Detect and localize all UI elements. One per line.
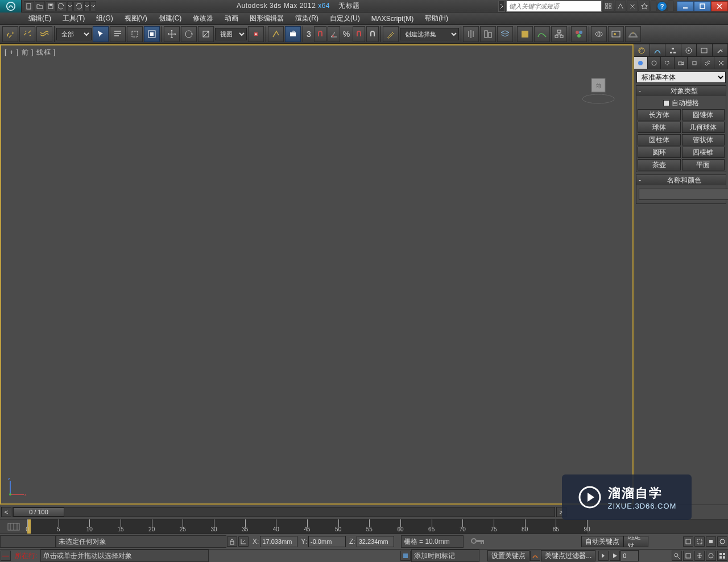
pivot-center-button[interactable]: [248, 26, 264, 42]
spacewarps-subtab[interactable]: [701, 57, 715, 69]
menu-views[interactable]: 视图(V): [119, 12, 153, 25]
maximize-button[interactable]: [694, 1, 711, 11]
favorites-dropdown[interactable]: [651, 1, 656, 12]
primitive-button-0[interactable]: 长方体: [638, 109, 681, 120]
script-status-icon[interactable]: —: [1, 551, 11, 561]
redo-dropdown[interactable]: [84, 1, 90, 11]
track-ruler[interactable]: 051015202530354045505560657075808590: [27, 519, 587, 534]
menu-maxscript[interactable]: MAXScript(M): [366, 13, 420, 24]
abs-rel-icon[interactable]: [238, 536, 249, 547]
qat-dropdown[interactable]: [90, 1, 96, 11]
display-tab[interactable]: [697, 44, 713, 56]
modify-tab[interactable]: [650, 44, 666, 56]
set-selection-button[interactable]: 选定对: [623, 536, 648, 547]
open-file-button[interactable]: [35, 1, 45, 11]
viewport[interactable]: [ + ] 前 ] 线框 ] 前 z x: [0, 44, 634, 505]
track-bar-toggle-icon[interactable]: [0, 519, 27, 534]
percent-snap-button[interactable]: [353, 26, 365, 42]
exchange-icon[interactable]: [627, 1, 638, 12]
material-editor-button[interactable]: [571, 26, 587, 42]
selection-lock-icon[interactable]: [227, 536, 237, 547]
nav-icon-4[interactable]: [717, 536, 727, 547]
menu-customize[interactable]: 自定义(U): [324, 12, 366, 25]
name-color-header[interactable]: -名称和颜色: [636, 175, 726, 185]
primitive-button-5[interactable]: 管状体: [682, 134, 725, 145]
search-input[interactable]: [506, 1, 602, 12]
render-setup-button[interactable]: [591, 26, 607, 42]
primitive-button-8[interactable]: 茶壶: [638, 159, 681, 170]
named-selection-dropdown[interactable]: 创建选择集: [400, 28, 459, 40]
systems-subtab[interactable]: [714, 57, 728, 69]
viewport-label[interactable]: [ + ] 前 ] 线框 ]: [5, 48, 56, 57]
orbit-icon[interactable]: [706, 551, 716, 561]
spinner-snap-button[interactable]: [366, 26, 379, 42]
motion-tab[interactable]: [681, 44, 697, 56]
menu-edit[interactable]: 编辑(E): [23, 12, 57, 25]
pan-icon[interactable]: [694, 551, 705, 561]
new-file-button[interactable]: [24, 1, 34, 11]
menu-animation[interactable]: 动画: [219, 12, 244, 25]
key-mode-icon[interactable]: [530, 551, 540, 561]
add-time-tag[interactable]: 添加时间标记: [411, 549, 479, 562]
key-icon[interactable]: [470, 536, 486, 547]
subscription-icon[interactable]: [615, 1, 626, 12]
keyboard-shortcut-override-button[interactable]: [285, 26, 301, 42]
infocenter-caret[interactable]: [498, 1, 505, 12]
move-button[interactable]: [164, 26, 180, 42]
menu-render[interactable]: 渲染(R): [289, 12, 324, 25]
play-icon[interactable]: [610, 551, 620, 561]
rendered-frame-button[interactable]: [608, 26, 624, 42]
primitive-button-6[interactable]: 圆环: [638, 147, 681, 158]
helpers-subtab[interactable]: [688, 57, 701, 69]
maximize-vp-icon[interactable]: [717, 551, 727, 561]
primitive-button-3[interactable]: 几何球体: [682, 122, 725, 133]
viewcube[interactable]: 前: [581, 72, 615, 106]
curve-editor-button[interactable]: [534, 26, 550, 42]
primitive-button-4[interactable]: 圆柱体: [638, 134, 681, 145]
object-type-header[interactable]: -对象类型: [636, 86, 726, 96]
undo-button[interactable]: [56, 1, 67, 11]
y-coord-input[interactable]: [308, 536, 346, 547]
current-frame-input[interactable]: [621, 550, 639, 561]
menu-group[interactable]: 组(G): [90, 12, 118, 25]
window-crossing-button[interactable]: [144, 26, 160, 42]
ref-coord-dropdown[interactable]: 视图: [215, 28, 247, 40]
autogrid-checkbox[interactable]: 自动栅格: [638, 97, 725, 109]
menu-help[interactable]: 帮助(H): [419, 12, 454, 25]
primitive-button-9[interactable]: 平面: [682, 159, 725, 170]
search-config-icon[interactable]: [603, 1, 614, 12]
angle-snap-button[interactable]: [328, 26, 340, 42]
primitive-button-1[interactable]: 圆锥体: [682, 109, 725, 120]
zoom-icon[interactable]: [672, 551, 682, 561]
manipulate-button[interactable]: [268, 26, 284, 42]
help-icon[interactable]: ?: [657, 1, 667, 11]
menu-graph[interactable]: 图形编辑器: [244, 12, 289, 25]
redo-button[interactable]: [73, 1, 84, 11]
create-tab[interactable]: [634, 44, 650, 56]
mirror-button[interactable]: [463, 26, 479, 42]
link-icon[interactable]: [2, 26, 18, 42]
cameras-subtab[interactable]: [675, 57, 688, 69]
set-key-button[interactable]: 设置关键点: [487, 550, 530, 561]
layer-manager-button[interactable]: [497, 26, 513, 42]
menu-modifiers[interactable]: 修改器: [187, 12, 219, 25]
menu-tools[interactable]: 工具(T): [57, 12, 90, 25]
scale-button[interactable]: [198, 26, 214, 42]
bind-to-spacewarp-icon[interactable]: [36, 26, 52, 42]
hierarchy-tab[interactable]: [665, 44, 681, 56]
nav-icon-2[interactable]: [694, 536, 705, 547]
z-coord-input[interactable]: [357, 536, 394, 547]
primitive-button-7[interactable]: 四棱锥: [682, 147, 725, 158]
time-slider-prev[interactable]: <: [1, 507, 11, 517]
shapes-subtab[interactable]: [648, 57, 661, 69]
menu-create[interactable]: 创建(C): [153, 12, 188, 25]
rect-region-button[interactable]: [127, 26, 143, 42]
utilities-tab[interactable]: [713, 44, 729, 56]
object-name-input[interactable]: [639, 189, 728, 200]
close-button[interactable]: [711, 1, 728, 11]
unlink-icon[interactable]: [19, 26, 35, 42]
time-tag-icon[interactable]: [400, 551, 411, 561]
time-slider-thumb[interactable]: 0 / 100: [13, 507, 64, 517]
undo-dropdown[interactable]: [67, 1, 73, 11]
key-filters-button[interactable]: 关键点过滤器...: [541, 550, 595, 561]
